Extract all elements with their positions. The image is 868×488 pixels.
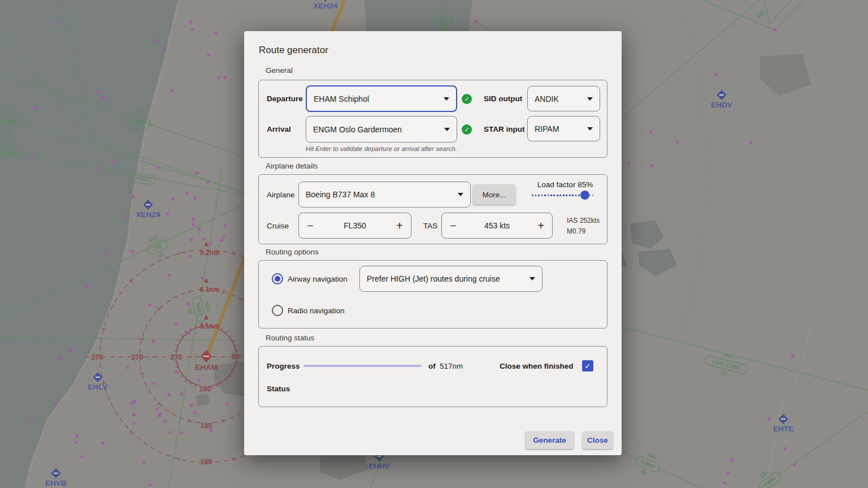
app-window: 27027027090180180180 L60824535P15480L602…: [0, 0, 868, 488]
airplane-label: Airplane: [267, 191, 295, 199]
cruise-stepper: − FL350 +: [298, 213, 411, 239]
sid-output-label: SID output: [484, 94, 522, 103]
departure-valid-check-icon: ✓: [462, 94, 472, 104]
routing-options-group-box: Airway navigation Prefer HIGH (Jet) rout…: [258, 260, 607, 329]
progress-bar: [303, 365, 422, 367]
close-when-finished-checkbox[interactable]: ✓: [582, 360, 593, 372]
tas-decrease-button[interactable]: −: [450, 220, 457, 231]
generate-button[interactable]: Generate: [526, 431, 574, 449]
departure-value: EHAM Schiphol: [314, 94, 439, 103]
general-group-box: Departure EHAM Schiphol ✓ SID output AND…: [258, 80, 607, 158]
slider-thumb[interactable]: [580, 191, 589, 200]
cruise-value: FL350: [344, 221, 366, 230]
arrival-field[interactable]: ENGM Oslo Gardermoen: [306, 116, 457, 142]
tas-stepper: − 453 kts +: [441, 213, 553, 239]
more-button[interactable]: More...: [473, 184, 515, 205]
ias-value: IAS 252kts: [567, 215, 600, 226]
section-label-routing-status: Routing status: [266, 334, 314, 342]
cruise-decrease-button[interactable]: −: [307, 220, 314, 231]
arrival-value: ENGM Oslo Gardermoen: [313, 125, 440, 134]
sid-output-field[interactable]: ANDIK: [527, 86, 600, 111]
tas-increase-button[interactable]: +: [537, 220, 544, 231]
route-preference-value: Prefer HIGH (Jet) routes during cruise: [367, 274, 525, 283]
cruise-increase-button[interactable]: +: [396, 220, 403, 231]
radio-navigation-label: Radio navigation: [288, 306, 345, 315]
radio-navigation-radio[interactable]: [272, 305, 283, 316]
mach-value: M0.79: [567, 226, 600, 237]
chevron-down-icon[interactable]: [444, 128, 450, 131]
section-label-airplane-details: Airplane details: [266, 162, 318, 170]
star-input-value: RIPAM: [535, 124, 583, 133]
routing-status-group-box: Progress of 517nm Close when finished ✓ …: [258, 346, 607, 407]
close-when-finished-label: Close when finished: [500, 362, 574, 370]
progress-of-label: of: [428, 362, 436, 370]
chevron-down-icon[interactable]: [530, 277, 535, 280]
cruise-label: Cruise: [267, 222, 289, 230]
section-label-routing-options: Routing options: [266, 248, 319, 256]
arrival-valid-check-icon: ✓: [462, 124, 472, 135]
star-input-field[interactable]: RIPAM: [527, 116, 600, 141]
arrival-label: Arrival: [267, 125, 291, 133]
chevron-down-icon[interactable]: [587, 97, 593, 101]
chevron-down-icon[interactable]: [444, 97, 449, 101]
load-factor-slider[interactable]: [532, 191, 595, 200]
departure-field[interactable]: EHAM Schiphol: [306, 85, 457, 112]
close-button[interactable]: Close: [583, 431, 613, 449]
airway-navigation-label: Airway navigation: [288, 275, 348, 283]
validation-hint: Hit Enter to validate departure or arriv…: [306, 145, 457, 152]
route-generator-dialog: Route generator General Departure EHAM S…: [244, 31, 622, 455]
section-label-general: General: [266, 66, 293, 75]
airway-navigation-radio[interactable]: [272, 273, 283, 284]
chevron-down-icon[interactable]: [587, 127, 593, 131]
tas-value: 453 kts: [484, 221, 510, 230]
airplane-value: Boeing B737 Max 8: [306, 190, 453, 199]
dialog-title: Route generator: [259, 45, 328, 56]
slider-track-active[interactable]: [532, 195, 584, 196]
departure-label: Departure: [267, 94, 303, 103]
route-preference-field[interactable]: Prefer HIGH (Jet) routes during cruise: [359, 266, 542, 292]
progress-label: Progress: [267, 362, 300, 370]
airplane-field[interactable]: Boeing B737 Max 8: [298, 182, 471, 208]
total-distance-value: 517nm: [440, 362, 463, 370]
load-factor-label: Load factor 85%: [532, 180, 598, 189]
airplane-group-box: Airplane Boeing B737 Max 8 More... Load …: [258, 174, 607, 244]
star-input-label: STAR input: [484, 125, 524, 133]
sid-output-value: ANDIK: [535, 94, 583, 103]
slider-track-rest[interactable]: [589, 195, 595, 196]
status-label: Status: [267, 385, 290, 393]
tas-label: TAS: [423, 222, 437, 230]
chevron-down-icon[interactable]: [458, 193, 463, 196]
